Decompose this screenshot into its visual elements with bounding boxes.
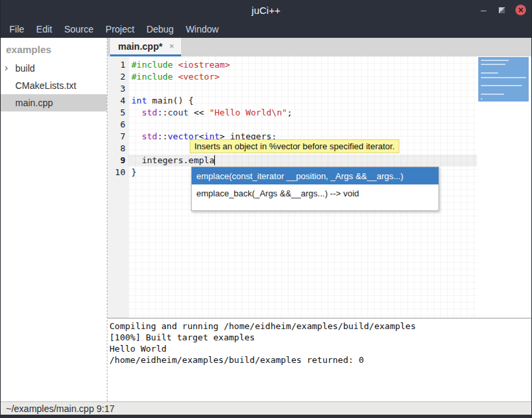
output-line: [100%] Built target examples bbox=[109, 332, 531, 343]
line-number: 4 bbox=[107, 95, 129, 107]
status-file-position: ~/examples/main.cpp 9:17 bbox=[6, 403, 115, 414]
line-number: 5 bbox=[107, 107, 129, 119]
line-number: 2 bbox=[107, 71, 129, 83]
menu-project[interactable]: Project bbox=[100, 20, 141, 38]
menu-window[interactable]: Window bbox=[180, 20, 225, 38]
file-tree-sidebar: examples ›buildCMakeLists.txtmain.cpp bbox=[1, 38, 107, 401]
menu-source[interactable]: Source bbox=[58, 20, 100, 38]
code-line-3[interactable]: 3 bbox=[107, 83, 477, 95]
completion-popup: emplace(const_iterator __position, _Args… bbox=[191, 167, 439, 211]
line-number: 9 bbox=[107, 155, 129, 167]
doc-tooltip: Inserts an object in %vector before spec… bbox=[190, 139, 399, 153]
line-number: 1 bbox=[107, 59, 129, 71]
code-text: std::cout << "Hello World\n"; bbox=[129, 107, 477, 119]
output-line: Compiling and running /home/eidheim/exam… bbox=[109, 320, 531, 332]
code-line-6[interactable]: 6 bbox=[107, 119, 477, 131]
menu-edit[interactable]: Edit bbox=[31, 20, 58, 38]
window-title: juCi++ bbox=[1, 5, 531, 16]
code-text: #include <iostream> bbox=[129, 59, 477, 71]
code-text bbox=[129, 119, 477, 131]
text-cursor bbox=[214, 155, 215, 165]
editor-column: main.cpp*× 1#include <iostream>2#include… bbox=[107, 38, 531, 401]
status-bar: ~/examples/main.cpp 9:17 bbox=[1, 401, 531, 415]
project-name-header: examples bbox=[1, 38, 107, 60]
code-text: #include <vector> bbox=[129, 71, 477, 83]
minimap-line-mark bbox=[481, 72, 498, 74]
main-area: examples ›buildCMakeLists.txtmain.cpp ma… bbox=[1, 38, 531, 401]
line-number: 6 bbox=[107, 119, 129, 131]
code-text: int main() { bbox=[129, 95, 477, 107]
file-name-label: build bbox=[15, 63, 35, 74]
minimap-line-mark bbox=[481, 64, 505, 65]
menu-file[interactable]: File bbox=[3, 20, 31, 38]
line-number: 7 bbox=[107, 131, 129, 143]
code-text: integers.empla bbox=[129, 155, 477, 167]
minimize-icon[interactable]: – bbox=[479, 7, 488, 13]
menu-bar: FileEditSourceProjectDebugWindow bbox=[1, 20, 531, 38]
tab-bar: main.cpp*× bbox=[107, 38, 531, 56]
minimap-line-mark bbox=[481, 77, 526, 78]
line-number: 8 bbox=[107, 143, 129, 155]
output-line: /home/eidheim/examples/build/examples re… bbox=[109, 354, 531, 366]
line-number: 3 bbox=[107, 83, 129, 95]
minimap-line-mark bbox=[481, 60, 509, 61]
minimap-line-mark bbox=[481, 94, 504, 95]
close-icon[interactable]: ✕ bbox=[515, 5, 526, 15]
sidebar-item-main-cpp[interactable]: main.cpp bbox=[1, 94, 107, 111]
file-tree: ›buildCMakeLists.txtmain.cpp bbox=[1, 60, 107, 111]
build-output-pane[interactable]: Compiling and running /home/eidheim/exam… bbox=[107, 318, 531, 401]
code-line-1[interactable]: 1#include <iostream> bbox=[107, 59, 477, 71]
completion-item[interactable]: emplace(const_iterator __position, _Args… bbox=[192, 167, 438, 184]
sidebar-item-build[interactable]: ›build bbox=[1, 60, 107, 77]
minimap-slider[interactable] bbox=[478, 57, 529, 102]
sidebar-item-cmakelists-txt[interactable]: CMakeLists.txt bbox=[1, 77, 107, 94]
tab-label: main.cpp* bbox=[118, 41, 163, 52]
chevron-right-icon[interactable]: › bbox=[5, 62, 8, 73]
title-bar: juCi++ – ✕ bbox=[1, 0, 531, 20]
file-name-label: main.cpp bbox=[15, 98, 53, 108]
completion-item[interactable]: emplace_back(_Args &&__args...) --> void bbox=[192, 184, 438, 202]
code-editor[interactable]: 1#include <iostream>2#include <vector>34… bbox=[107, 56, 531, 318]
code-line-5[interactable]: 5 std::cout << "Hello World\n"; bbox=[107, 107, 477, 119]
restore-icon[interactable] bbox=[499, 7, 505, 13]
tab-main-cpp-[interactable]: main.cpp*× bbox=[110, 38, 181, 56]
tab-close-icon[interactable]: × bbox=[169, 42, 174, 50]
file-name-label: CMakeLists.txt bbox=[15, 80, 76, 91]
code-lines: 1#include <iostream>2#include <vector>34… bbox=[107, 59, 477, 178]
code-line-2[interactable]: 2#include <vector> bbox=[107, 71, 477, 83]
output-line: Hello World bbox=[109, 343, 531, 354]
window-bottom-border bbox=[1, 415, 531, 418]
minimap-line-mark bbox=[481, 98, 482, 100]
menu-debug[interactable]: Debug bbox=[141, 20, 180, 38]
code-text bbox=[129, 83, 477, 95]
app-window: juCi++ – ✕ FileEditSourceProjectDebugWin… bbox=[0, 0, 532, 418]
line-number: 10 bbox=[107, 167, 129, 178]
minimap[interactable] bbox=[477, 56, 531, 318]
minimap-line-mark bbox=[481, 85, 522, 86]
window-controls: – ✕ bbox=[479, 0, 526, 20]
code-line-9[interactable]: 9 integers.empla bbox=[107, 155, 477, 167]
code-line-4[interactable]: 4int main() { bbox=[107, 95, 477, 107]
